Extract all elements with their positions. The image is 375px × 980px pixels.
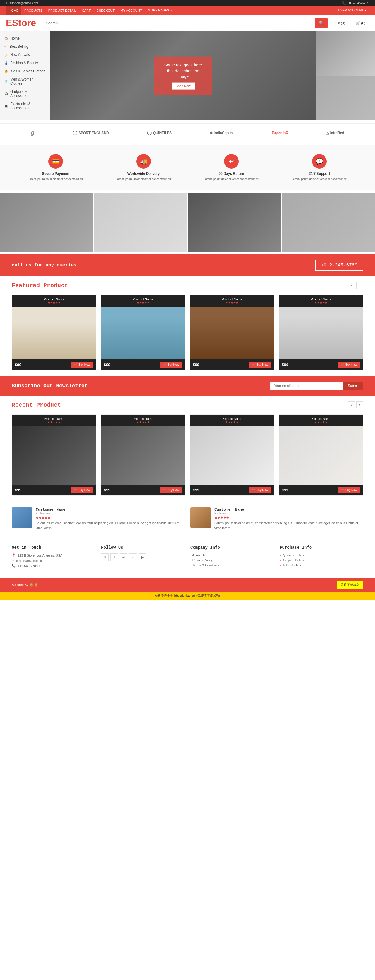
featured-title: Featured Product (12, 282, 68, 289)
testimonial-1: Customer Name Profession ★★★★★ Lorem ips… (12, 508, 185, 530)
recent-product-1-footer: $99 🛒 Buy Now (12, 485, 96, 495)
main-nav: HOME PRODUCTS PRODUCT DETAIL CART CHECKO… (0, 6, 375, 14)
top-bar: ✉ support@email.com 📞 +012-345-6789 (0, 0, 375, 6)
recent-product-2-name: Product Name (104, 417, 182, 420)
newsletter-section: Subscribe Our Newsletter Submit (0, 376, 375, 396)
feature-worldwide-delivery: 🚚 Worldwide Delivery Lorem ipsum dolor s… (100, 154, 187, 181)
featured-section-header: Featured Product ‹ › (0, 276, 375, 292)
hero-overlay: Some text goes here that describes the i… (154, 57, 212, 95)
recent-nav-arrows: ‹ › (348, 401, 363, 409)
newsletter-submit-button[interactable]: Submit (343, 382, 363, 390)
sidebar-item-gadgets[interactable]: 🎧 Gadgets & Accessories (0, 88, 50, 100)
recent-products-grid: Product Name ★★★★★ $99 🛒 Buy Now Product… (0, 411, 375, 501)
featured-product-3: Product Name ★★★★★ $99 🛒 Buy Now (190, 295, 274, 371)
footer-col-company: Company Info About Us Privacy Policy Ter… (190, 545, 274, 569)
recent-product-4-buy-button[interactable]: 🛒 Buy Now (338, 487, 360, 493)
search-input[interactable] (42, 18, 314, 27)
nav-product-detail[interactable]: PRODUCT DETAIL (45, 6, 79, 14)
sidebar-item-fashion-beauty[interactable]: 👗 Fashion & Beauty (0, 59, 50, 67)
download-template-button[interactable]: 前往下载模版 (337, 581, 363, 589)
search-button[interactable]: 🔍 (314, 18, 328, 27)
recent-product-3: Product Name ★★★★★ $99 🛒 Buy Now (190, 414, 274, 496)
sidebar-item-kids-babies[interactable]: 👶 Kids & Babies Clothes (0, 67, 50, 75)
nav-more-pages[interactable]: MORE PAGES ▾ (145, 6, 175, 14)
recent-product-4-header: Product Name ★★★★★ (279, 415, 363, 426)
recent-product-2-buy-button[interactable]: 🛒 Buy Now (160, 487, 182, 493)
main-content: 🏠 Home 🏷 Best Selling ⚡ New Arrivals 👗 F… (0, 31, 375, 120)
svg-point-1 (147, 131, 152, 135)
feature-delivery-title: Worldwide Delivery (100, 172, 187, 176)
sidebar-item-new-arrivals[interactable]: ⚡ New Arrivals (0, 51, 50, 59)
footer-privacy-policy[interactable]: Privacy Policy (190, 558, 274, 562)
twitter-icon[interactable]: 𝕏 (101, 554, 109, 561)
instagram-icon[interactable]: ig (129, 554, 137, 561)
sidebar-item-electronics[interactable]: 💻 Electronics &Accessories (0, 100, 50, 112)
nav-home[interactable]: HOME (6, 6, 21, 14)
feature-secure-payment: 💳 Secure Payment Lorem ipsum dolor sit a… (12, 154, 100, 181)
recent-product-1-buy-button[interactable]: 🛒 Buy Now (71, 487, 93, 493)
testimonial-1-name: Customer Name (36, 508, 185, 512)
home-icon: 🏠 (5, 37, 8, 40)
youtube-icon[interactable]: ▶ (139, 554, 146, 561)
delivery-icon: 🚚 (136, 154, 151, 169)
featured-product-3-buy-button[interactable]: 🛒 Buy Now (249, 362, 271, 368)
featured-product-4-buy-button[interactable]: 🛒 Buy Now (338, 362, 360, 368)
featured-product-1-buy-button[interactable]: 🛒 Buy Now (71, 362, 93, 368)
footer-terms[interactable]: Terms & Condition (190, 563, 274, 567)
featured-product-2-buy-button[interactable]: 🛒 Buy Now (160, 362, 182, 368)
shop-now-button[interactable]: Shop Now (172, 82, 195, 89)
call-text: call us for any queries (12, 262, 77, 268)
featured-product-3-stars: ★★★★★ (193, 301, 271, 304)
sidebar-item-men-women[interactable]: 👕 Men & Women Clothes (0, 75, 50, 88)
testimonial-1-content: Customer Name Profession ★★★★★ Lorem ips… (36, 508, 185, 530)
nav-checkout[interactable]: CHECKOUT (93, 6, 118, 14)
featured-product-3-footer: $99 🛒 Buy Now (190, 359, 274, 370)
feature-support-title: 24/7 Support (275, 172, 363, 176)
footer-shipping-policy[interactable]: Shipping Policy (280, 558, 363, 562)
brand-sport-england: SPORT ENGLAND (73, 130, 109, 135)
recent-product-3-buy-button[interactable]: 🛒 Buy Now (249, 487, 271, 493)
fashion-icon: 👗 (5, 62, 8, 65)
testimonial-2-name: Customer Name (214, 508, 363, 512)
featured-product-4-name: Product Name (282, 298, 360, 301)
facebook-icon[interactable]: f (110, 554, 118, 561)
recent-title: Recent Product (12, 402, 61, 409)
featured-prev-arrow[interactable]: ‹ (348, 282, 355, 289)
nav-cart[interactable]: CART (79, 6, 94, 14)
sidebar: 🏠 Home 🏷 Best Selling ⚡ New Arrivals 👗 F… (0, 31, 50, 120)
nav-my-account[interactable]: MY ACCOUNT (118, 6, 145, 14)
user-account[interactable]: USER ACCOUNT ▾ (335, 6, 369, 14)
recent-product-4-img (279, 426, 363, 485)
brand-paperlinx: PaperlinX (272, 131, 288, 135)
featured-product-2-name: Product Name (104, 298, 182, 301)
footer-main: Get in Touch 📍 123 E Store, Los Angeles,… (0, 536, 375, 578)
featured-product-4-stars: ★★★★★ (282, 301, 360, 304)
recent-product-3-price: $99 (193, 488, 199, 492)
nav-products[interactable]: PRODUCTS (21, 6, 45, 14)
promo-banner: 仿即刻学社区bbs.xieniao.com免费不下载资源 (0, 592, 375, 600)
featured-next-arrow[interactable]: › (356, 282, 363, 289)
hero-side-img-2 (316, 76, 375, 120)
linkedin-icon[interactable]: in (120, 554, 128, 561)
footer-social-title: Follow Us (101, 545, 185, 550)
phone-icon: 📞 (12, 564, 16, 568)
newsletter-email-input[interactable] (270, 382, 343, 390)
featured-product-4-footer: $99 🛒 Buy Now (279, 359, 363, 370)
testimonial-1-stars: ★★★★★ (36, 516, 185, 520)
photo-grid-item-1 (0, 193, 93, 251)
cart-icon[interactable]: 🛒 (0) (352, 19, 369, 27)
brand-infrared: △ InfraRed (326, 131, 344, 135)
call-banner: call us for any queries +012-345-6789 (0, 255, 375, 276)
wishlist-icon[interactable]: ♥ (0) (334, 19, 349, 27)
featured-product-3-price: $99 (193, 363, 199, 367)
hero-text: Some text goes here that describes the i… (161, 62, 205, 80)
recent-prev-arrow[interactable]: ‹ (348, 401, 355, 409)
sidebar-item-home[interactable]: 🏠 Home (0, 34, 50, 43)
footer-about-us[interactable]: About Us (190, 554, 274, 557)
footer-payment-policy[interactable]: Pyament Policy (280, 554, 363, 557)
sidebar-item-best-selling[interactable]: 🏷 Best Selling (0, 43, 50, 51)
recent-next-arrow[interactable]: › (356, 401, 363, 409)
clothes-icon: 👕 (5, 80, 8, 83)
hero-side (316, 31, 375, 120)
footer-return-policy[interactable]: Return Policy (280, 563, 363, 567)
